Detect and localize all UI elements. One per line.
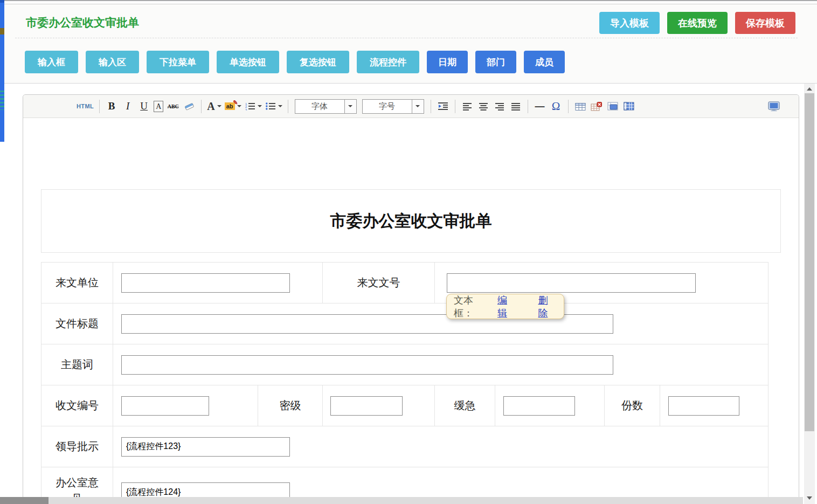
align-justify-icon: [511, 102, 521, 111]
align-right-icon: [495, 102, 504, 111]
italic-button[interactable]: I: [121, 99, 134, 114]
editor-toolbar: HTML B I U A ABC A: [23, 95, 799, 118]
table-row: 文件标题: [41, 303, 768, 344]
label-secrecy-level: 密级: [258, 385, 323, 426]
cell-properties-icon: [607, 102, 618, 111]
copies-input[interactable]: [668, 396, 739, 416]
align-justify-button[interactable]: [509, 99, 522, 114]
save-template-button[interactable]: 保存模板: [735, 12, 795, 34]
table-properties-icon: [624, 102, 634, 111]
underline-button[interactable]: U: [137, 99, 150, 114]
rich-text-editor: HTML B I U A ABC A: [23, 94, 799, 504]
add-checkbox-button[interactable]: 复选按钮: [287, 51, 349, 73]
add-dropdown-button[interactable]: 下拉菜单: [147, 51, 209, 73]
font-size-value: 字号: [363, 100, 412, 113]
window-top-edge: [0, 0, 817, 1]
table-row: 收文编号 密级 缓急 份数: [41, 385, 768, 426]
scroll-up-button[interactable]: [804, 85, 815, 93]
import-template-button[interactable]: 导入模板: [599, 12, 660, 34]
eraser-icon: [184, 102, 195, 111]
triangle-down-icon: [807, 496, 812, 500]
label-copies: 份数: [605, 385, 660, 426]
eraser-button[interactable]: [183, 99, 196, 114]
cell-properties-button[interactable]: [606, 99, 619, 114]
receipt-number-input[interactable]: [121, 396, 209, 416]
font-family-value: 字体: [295, 100, 345, 113]
source-unit-input[interactable]: [121, 273, 290, 293]
insert-table-button[interactable]: [574, 99, 587, 114]
fullscreen-monitor-icon: [768, 101, 780, 112]
add-department-button[interactable]: 部门: [475, 51, 516, 73]
svg-text:3: 3: [245, 108, 247, 111]
add-date-button[interactable]: 日期: [427, 51, 468, 73]
bold-button[interactable]: B: [105, 99, 118, 114]
header-actions: 导入模板 在线预览 保存模板: [599, 12, 795, 34]
font-style-button[interactable]: A: [154, 101, 163, 112]
label-doc-number: 来文文号: [323, 263, 435, 303]
toolbar-separator: [455, 100, 455, 113]
urgency-input[interactable]: [503, 396, 575, 416]
label-urgency: 缓急: [435, 385, 495, 426]
toolbar-separator: [99, 100, 100, 113]
add-radio-button[interactable]: 单选按钮: [217, 51, 279, 73]
add-member-button[interactable]: 成员: [524, 51, 565, 73]
table-row: 主题词: [41, 344, 768, 385]
label-subject-words: 主题词: [41, 344, 113, 385]
delete-table-icon: [591, 102, 602, 111]
table-properties-button[interactable]: [622, 99, 635, 114]
delete-field-link[interactable]: 删除: [538, 294, 557, 320]
page-title: 市委办公室收文审批单: [26, 15, 139, 30]
label-source-unit: 来文单位: [41, 263, 113, 303]
toolbar-separator: [201, 100, 202, 113]
indent-button[interactable]: [437, 99, 449, 114]
ordered-list-button[interactable]: 1 2 3: [245, 99, 262, 114]
edit-field-link[interactable]: 编辑: [497, 294, 516, 320]
page-header: 市委办公室收文审批单 导入模板 在线预览 保存模板 输入框 输入区 下拉菜单 单…: [4, 4, 817, 84]
special-character-button[interactable]: Ω: [550, 99, 563, 114]
add-flow-widget-button[interactable]: 流程控件: [357, 51, 419, 73]
table-row: 领导批示: [41, 426, 768, 467]
align-right-button[interactable]: [493, 99, 506, 114]
highlight-glyph: ab✎: [225, 102, 235, 110]
html-source-button[interactable]: HTML: [77, 99, 94, 114]
fullscreen-button[interactable]: [767, 99, 780, 114]
font-color-glyph: A: [207, 100, 214, 113]
horizontal-rule-button[interactable]: —: [534, 99, 546, 114]
font-color-button[interactable]: A: [207, 99, 221, 114]
chevron-down-icon: [217, 105, 221, 107]
font-size-select[interactable]: 字号: [362, 99, 424, 114]
secrecy-level-input[interactable]: [330, 396, 403, 416]
toolbar-separator: [431, 100, 431, 113]
font-size-dropdown-button[interactable]: [412, 100, 424, 113]
online-preview-button[interactable]: 在线预览: [667, 12, 728, 34]
tooltip-label: 文本框：: [454, 294, 491, 320]
vertical-scrollbar[interactable]: [804, 84, 815, 504]
vertical-scroll-thumb[interactable]: [805, 93, 814, 431]
label-receipt-number: 收文编号: [41, 385, 113, 426]
leader-instructions-input[interactable]: [121, 437, 290, 457]
triangle-up-icon: [807, 87, 812, 91]
add-input-button[interactable]: 输入框: [25, 51, 78, 73]
delete-table-button[interactable]: [590, 99, 603, 114]
scroll-down-button[interactable]: [804, 494, 815, 502]
align-center-button[interactable]: [477, 99, 490, 114]
indent-icon: [438, 102, 448, 111]
strikethrough-button[interactable]: ABC: [167, 99, 179, 114]
toolbar-separator: [568, 100, 569, 113]
font-family-dropdown-button[interactable]: [345, 100, 356, 113]
editor-document[interactable]: 市委办公室收文审批单 来文单位 来文文号 文件标题: [23, 118, 799, 504]
chevron-down-icon: [416, 105, 420, 107]
add-textarea-button[interactable]: 输入区: [86, 51, 139, 73]
pencil-icon: ✎: [233, 99, 238, 106]
doc-number-input[interactable]: [447, 273, 696, 293]
label-leader-instructions: 领导批示: [41, 426, 113, 467]
font-family-select[interactable]: 字体: [295, 99, 357, 114]
align-left-button[interactable]: [461, 99, 474, 114]
horizontal-scrollbar[interactable]: [0, 497, 803, 504]
highlight-button[interactable]: ab✎: [225, 99, 241, 114]
subject-words-input[interactable]: [121, 355, 613, 375]
horizontal-scroll-thumb[interactable]: [0, 497, 49, 504]
unordered-list-button[interactable]: [265, 99, 282, 114]
ordered-list-icon: 1 2 3: [245, 102, 255, 111]
field-context-tooltip: 文本框： 编辑 删除: [446, 294, 564, 319]
